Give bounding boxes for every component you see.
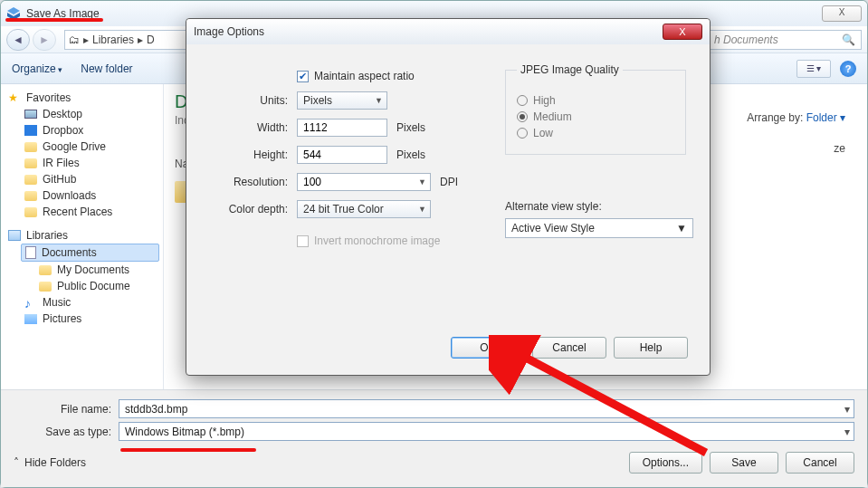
units-select[interactable]: Pixels▼ (297, 91, 387, 110)
jpeg-high-label: High (533, 94, 556, 107)
tree-favorites[interactable]: ★Favorites (5, 90, 159, 106)
tree-music[interactable]: ♪Music (21, 294, 159, 311)
new-folder-button[interactable]: New folder (81, 62, 132, 75)
tree-pubdocs[interactable]: Public Docume (35, 278, 159, 294)
dialog-titlebar: Image Options X (186, 19, 710, 44)
music-icon: ♪ (24, 296, 37, 309)
resolution-unit: DPI (440, 176, 458, 188)
tree-irfiles[interactable]: IR Files (21, 155, 159, 171)
units-label: Units: (208, 94, 288, 107)
documents-icon (25, 246, 36, 259)
back-button[interactable]: ◄ (6, 29, 30, 51)
tree-recent[interactable]: Recent Places (21, 204, 159, 220)
recent-icon (24, 207, 37, 217)
breadcrumb-seg-next[interactable]: D (147, 33, 155, 46)
hide-folders-label: Hide Folders (24, 456, 86, 469)
options-button[interactable]: Options... (629, 452, 702, 474)
chevron-down-icon: ▼ (375, 96, 383, 105)
search-placeholder: h Documents (714, 33, 778, 46)
save-button[interactable]: Save (710, 452, 778, 474)
tree-pictures[interactable]: Pictures (21, 311, 159, 327)
dialog-title: Image Options (194, 25, 663, 38)
nav-tree: ★Favorites Desktop Dropbox Google Drive … (1, 84, 164, 389)
tree-label: Pictures (43, 312, 81, 325)
tree-label: Music (43, 296, 71, 309)
file-name-input[interactable]: stddb3d.bmp ▾ (119, 399, 854, 418)
arrange-by[interactable]: Arrange by: Folder ▾ (747, 111, 845, 124)
column-size[interactable]: ze (834, 142, 845, 155)
resolution-input[interactable]: ▼ (297, 173, 431, 191)
folder-icon (24, 175, 37, 185)
arrange-label: Arrange by: (747, 111, 803, 124)
chevron-down-icon[interactable]: ▾ (844, 426, 850, 438)
tree-label: Libraries (26, 229, 68, 242)
file-name-value: stddb3d.bmp (125, 403, 187, 416)
jpeg-medium-label: Medium (533, 110, 572, 123)
tree-dropbox[interactable]: Dropbox (21, 122, 159, 139)
breadcrumb-seg-libraries[interactable]: Libraries (92, 33, 134, 46)
jpeg-medium-radio: Medium (517, 110, 674, 123)
save-type-select[interactable]: Windows Bitmap (*.bmp) ▾ (119, 422, 854, 441)
color-depth-label: Color depth: (208, 203, 288, 215)
help-button-dialog[interactable]: Help (614, 337, 688, 359)
libraries-icon: 🗂 (69, 33, 80, 46)
tree-label: IR Files (43, 157, 80, 169)
units-value: Pixels (303, 94, 332, 107)
width-unit: Pixels (396, 121, 425, 134)
alternate-view-label: Alternate view style: (505, 200, 602, 213)
chevron-down-icon: ▼ (418, 177, 426, 187)
search-icon[interactable]: 🔍 (842, 33, 855, 46)
tree-label: Favorites (26, 91, 71, 104)
gdrive-icon (24, 142, 37, 152)
forward-button[interactable]: ► (33, 29, 56, 51)
jpeg-low-label: Low (533, 127, 553, 139)
chevron-up-icon: ˄ (14, 456, 19, 469)
chevron-down-icon: ▼ (418, 205, 426, 214)
ok-button[interactable]: OK (451, 337, 525, 359)
downloads-icon (24, 191, 37, 201)
tree-desktop[interactable]: Desktop (21, 106, 159, 122)
svg-marker-0 (7, 7, 20, 14)
window-close-button[interactable]: X (822, 5, 862, 22)
folder-icon (39, 265, 52, 275)
invert-monochrome-checkbox (297, 235, 309, 247)
folder-icon (24, 158, 37, 168)
help-button[interactable]: ? (840, 61, 856, 77)
hide-folders-toggle[interactable]: ˄ Hide Folders (14, 456, 86, 469)
alternate-view-value: Active View Style (511, 222, 595, 234)
color-depth-select[interactable]: 24 bit True Color▼ (297, 200, 431, 218)
width-input[interactable] (297, 119, 387, 137)
file-name-label: File name: (14, 403, 111, 416)
tree-mydocs[interactable]: My Documents (35, 262, 159, 278)
cancel-button-dialog[interactable]: Cancel (532, 337, 606, 359)
jpeg-quality-group: JPEG Image Quality High Medium Low (505, 70, 686, 155)
maintain-aspect-checkbox[interactable]: ✔ (297, 71, 309, 82)
cancel-button[interactable]: Cancel (786, 452, 854, 474)
view-mode-button[interactable]: ☰ ▾ (796, 60, 831, 78)
arrange-value[interactable]: Folder ▾ (806, 111, 845, 124)
resolution-label: Resolution: (208, 176, 288, 188)
chevron-down-icon[interactable]: ▾ (844, 403, 850, 416)
tree-github[interactable]: GitHub (21, 171, 159, 187)
tree-gdrive[interactable]: Google Drive (21, 139, 159, 155)
tree-label: Documents (42, 246, 97, 259)
tree-label: Dropbox (43, 124, 83, 137)
tree-label: Recent Places (43, 206, 112, 218)
tree-label: Downloads (43, 189, 96, 202)
desktop-icon (24, 110, 37, 119)
breadcrumb-sep: ▸ (138, 33, 143, 46)
invert-monochrome-label: Invert monochrome image (314, 234, 440, 247)
tree-documents[interactable]: Documents (21, 244, 159, 262)
jpeg-low-radio: Low (517, 127, 674, 139)
dialog-close-button[interactable]: X (663, 24, 702, 40)
maintain-aspect-label: Maintain aspect ratio (314, 70, 415, 82)
height-input[interactable] (297, 146, 387, 164)
alternate-view-select[interactable]: Active View Style ▼ (505, 218, 693, 238)
tree-label: Google Drive (43, 140, 106, 153)
organize-menu[interactable]: Organize (12, 62, 62, 75)
tree-libraries[interactable]: Libraries (5, 227, 159, 244)
height-unit: Pixels (396, 148, 425, 161)
search-input[interactable]: h Documents 🔍 (708, 30, 862, 50)
save-type-label: Save as type: (14, 426, 111, 438)
tree-downloads[interactable]: Downloads (21, 187, 159, 204)
